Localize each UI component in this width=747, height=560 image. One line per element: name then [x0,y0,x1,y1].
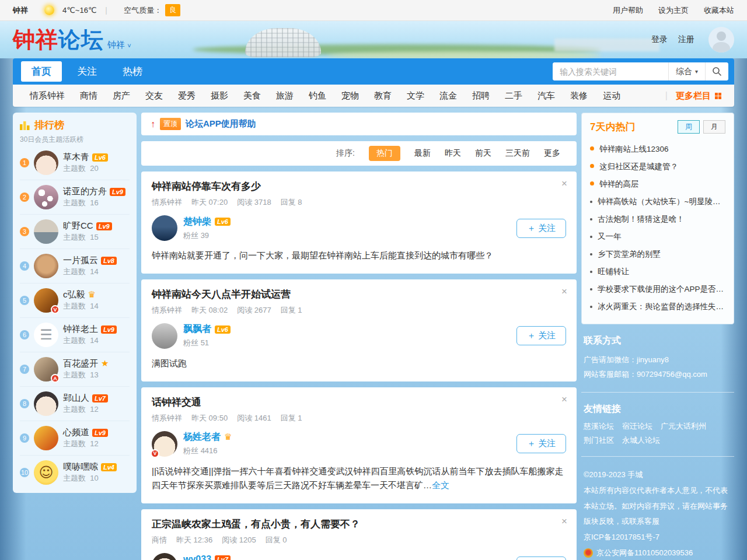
avatar[interactable] [34,254,58,278]
category-item[interactable]: 文学 [399,90,432,102]
category-item[interactable]: 招聘 [465,90,497,102]
register-link[interactable]: 注册 [678,34,694,45]
post-title[interactable]: 话钟祥交通 [152,396,566,409]
username-link[interactable]: 郢山人 [63,393,89,404]
ranking-list-item[interactable]: 8 郢山人 Lv7 主题数 12 [20,386,130,421]
avatar[interactable]: A [34,357,58,382]
sort-option-newest[interactable]: 最新 [414,148,431,159]
friend-link[interactable]: 广元大话利州 [661,421,706,432]
username-link[interactable]: 心频道 [63,427,89,438]
category-item[interactable]: 旅游 [268,90,301,102]
user-help-link[interactable]: 用户帮助 [613,5,643,16]
category-item[interactable]: 钓鱼 [301,90,334,102]
close-icon[interactable]: × [561,178,567,188]
avatar[interactable]: V [34,288,58,313]
category-item[interactable]: 爱秀 [170,90,203,102]
username-link[interactable]: 杨姓老者 [183,431,221,443]
sort-option-daybefore[interactable]: 前天 [475,148,491,159]
category-item[interactable]: 教育 [366,90,399,102]
follow-button[interactable]: ＋ 关注 [516,434,566,453]
username-link[interactable]: c弘毅 [63,289,85,300]
hot-topic-item[interactable]: 又一年 [590,228,725,246]
site-logo[interactable]: 钟祥论坛 [13,29,104,51]
hot-topic-item[interactable]: 钟祥的高层 [590,176,725,193]
avatar[interactable]: ☰ [34,323,58,347]
username-link[interactable]: wy033 [183,554,211,560]
category-item[interactable]: 二手 [497,90,530,102]
sort-option-more[interactable]: 更多 [544,148,560,159]
post-title[interactable]: 钟祥南站停靠车次有多少 [152,180,566,193]
hot-topic-item[interactable]: 旺铺转让 [590,263,725,281]
category-item[interactable]: 情系钟祥 [22,90,72,102]
follow-button[interactable]: ＋ 关注 [516,219,566,238]
sort-option-3daysago[interactable]: 三天前 [505,148,530,159]
ranking-list-item[interactable]: 7 A 百花盛开 ★ 主题数 13 [20,352,130,386]
avatar[interactable] [34,150,58,175]
avatar[interactable] [34,426,58,450]
category-item[interactable]: 运动 [595,90,628,102]
search-scope-select[interactable]: 综合▾ [668,62,705,80]
tab-following[interactable]: 关注 [67,61,107,82]
ranking-list-item[interactable]: 3 旷野CC Lv9 主题数 15 [20,214,130,249]
search-button[interactable] [705,62,728,80]
sort-option-hot[interactable]: 热门 [369,146,400,161]
set-homepage-link[interactable]: 设为主页 [658,5,689,16]
category-item[interactable]: 汽车 [530,90,563,102]
friend-link[interactable]: 永城人论坛 [622,435,660,446]
friend-link[interactable]: 慈溪论坛 [584,421,614,432]
more-categories-button[interactable]: 更多栏目 [668,90,725,102]
category-item[interactable]: 摄影 [203,90,236,102]
ranking-list-item[interactable]: 4 一片孤云 Lv8 主题数 14 [20,249,130,283]
sticky-post-link[interactable]: 论坛APP使用帮助 [186,118,256,130]
city-selector[interactable]: 钟祥 ˅ [107,40,131,51]
username-link[interactable]: 百花盛开 [63,358,98,369]
username-link[interactable]: 楚钟柴 [183,216,211,228]
sticky-post[interactable]: ↑ 置顶 论坛APP使用帮助 [141,113,577,135]
avatar[interactable] [34,219,58,244]
tab-week[interactable]: 周 [678,120,700,134]
hot-topic-item[interactable]: 冰火两重天：舆论监督的选择性失明… [590,298,725,316]
ranking-list-item[interactable]: 9 心频道 Lv9 主题数 12 [20,421,130,455]
close-icon[interactable]: × [561,516,567,526]
login-link[interactable]: 登录 [651,34,668,45]
username-link[interactable]: 一片孤云 [63,255,98,266]
follow-button[interactable]: ＋ 关注 [516,556,566,560]
username-link[interactable]: 诺亚的方舟 [63,186,107,197]
full-text-link[interactable]: 全文 [432,480,449,490]
tab-home[interactable]: 首页 [21,61,62,82]
username-link[interactable]: 钟祥老土 [63,324,98,335]
avatar[interactable]: V [152,431,177,457]
hot-topic-item[interactable]: 古法炮制！猜猜这是啥！ [590,211,725,228]
tab-hot[interactable]: 热榜 [112,61,153,82]
category-item[interactable]: 商情 [72,90,105,102]
category-item[interactable]: 宠物 [334,90,366,102]
ranking-list-item[interactable]: 10 ☺ 噗哧嘿嗦 Lv4 主题数 10 [20,455,130,489]
avatar[interactable] [152,323,177,349]
category-item[interactable]: 装修 [563,90,595,102]
category-item[interactable]: 美食 [236,90,268,102]
ranking-list-item[interactable]: 6 ☰ 钟祥老土 Lv9 主题数 14 [20,317,130,352]
ranking-list-item[interactable]: 1 草木青 Lv6 主题数 20 [20,146,130,180]
avatar[interactable] [152,553,177,560]
avatar[interactable] [34,391,58,416]
close-icon[interactable]: × [561,286,567,296]
close-icon[interactable]: × [561,394,567,404]
sort-option-yesterday[interactable]: 昨天 [445,148,461,159]
hot-topic-item[interactable]: 钟祥南站上线12306 [590,141,725,158]
friend-link[interactable]: 宿迁论坛 [622,421,652,432]
friend-link[interactable]: 荆门社区 [584,435,614,446]
follow-button[interactable]: ＋ 关注 [516,326,566,345]
ranking-list-item[interactable]: 2 诺亚的方舟 Lv9 主题数 16 [20,180,130,214]
bookmark-site-link[interactable]: 收藏本站 [704,5,734,16]
tab-month[interactable]: 月 [703,120,725,134]
username-link[interactable]: 噗哧嘿嗦 [63,461,98,473]
category-item[interactable]: 房产 [105,90,138,102]
ranking-list-item[interactable]: 5 V c弘毅 ♛ 主题数 14 [20,283,130,317]
avatar[interactable] [34,185,58,209]
avatar[interactable] [708,27,734,52]
category-item[interactable]: 流金 [432,90,465,102]
hot-topic-item[interactable]: 这归社区还是城建管？ [590,158,725,176]
username-link[interactable]: 旷野CC [63,220,93,232]
post-title[interactable]: 钟祥南站今天八点半开始试运营 [152,288,566,301]
username-link[interactable]: 草木青 [63,152,89,163]
